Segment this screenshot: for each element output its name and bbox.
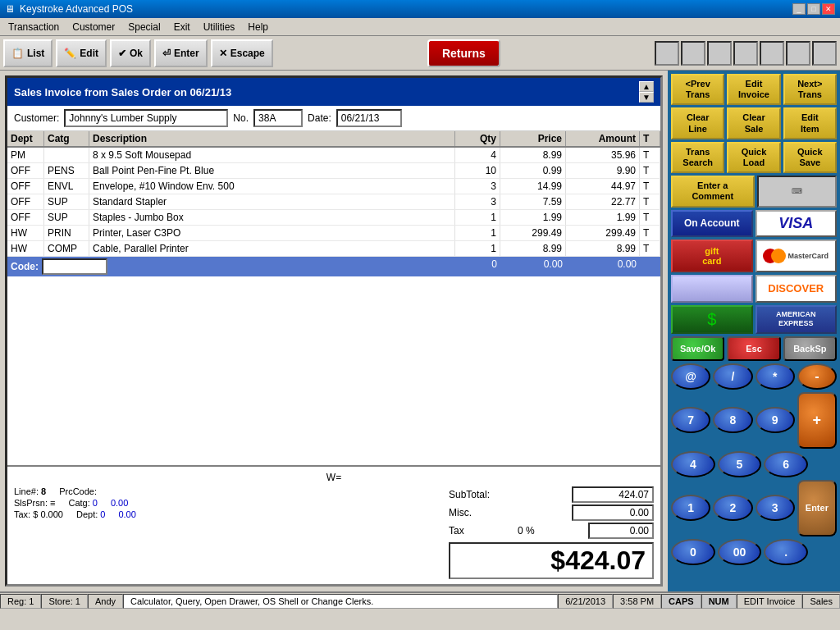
n7-button[interactable]: 7 [671, 407, 710, 433]
edit-button[interactable]: ✏️ Edit [56, 39, 107, 67]
tax-amount-input[interactable] [588, 523, 654, 539]
table-row[interactable]: PM 8 x 9.5 Soft Mousepad 4 8.99 35.96 T [7, 148, 660, 163]
save-ok-button[interactable]: Save/Ok [671, 336, 724, 361]
returns-button[interactable]: Returns [427, 39, 500, 67]
scroll-down-button[interactable]: ▼ [639, 92, 654, 103]
enter-button[interactable]: ⏎ Enter [154, 39, 208, 67]
prccode-label: PrcCode: [59, 486, 97, 496]
title-bar-controls[interactable]: _ □ ✕ [792, 3, 835, 15]
table-row[interactable]: OFF ENVL Envelope, #10 Window Env. 500 3… [7, 179, 660, 194]
esc-button[interactable]: Esc [727, 336, 780, 361]
table-row[interactable]: OFF PENS Ball Point Pen-Fine Pt. Blue 10… [7, 163, 660, 179]
scroll-up-button[interactable]: ▲ [639, 81, 654, 92]
close-button[interactable]: ✕ [822, 3, 835, 15]
date-input[interactable] [336, 109, 402, 127]
keyboard-display: ⌨ [757, 176, 838, 207]
sales-text: Sales [810, 596, 833, 606]
message-text: Calculator, Query, Open Drawer, OS Shell… [130, 596, 373, 606]
cash-button[interactable]: $ [671, 305, 753, 334]
right-panel: <PrevTrans EditInvoice Next>Trans ClearL… [668, 71, 840, 591]
amex-button[interactable]: AMERICANEXPRESS [756, 305, 838, 334]
n6-button[interactable]: 6 [764, 451, 808, 477]
numpad-row-0: 0 00 . [671, 539, 837, 565]
user-section: Andy [88, 594, 123, 609]
subtotal-label: SubTotal: [449, 489, 490, 500]
menu-exit[interactable]: Exit [169, 20, 195, 34]
enter-comment-button[interactable]: Enter aComment [671, 176, 755, 207]
toolbar: 📋 List ✏️ Edit ✔ Ok ⏎ Enter ✕ Escape Ret… [0, 36, 840, 71]
minimize-button[interactable]: _ [792, 3, 806, 15]
n2-button[interactable]: 2 [713, 495, 752, 521]
toolbar-icon-4 [733, 41, 758, 66]
plus-button[interactable]: + [797, 392, 837, 449]
edit-item-button[interactable]: EditItem [783, 107, 837, 139]
subtotal-input[interactable] [572, 486, 654, 503]
star-button[interactable]: * [756, 363, 795, 390]
payment-row-4: $ AMERICANEXPRESS [671, 305, 837, 334]
restore-button[interactable]: □ [807, 3, 820, 15]
backsp-button[interactable]: BackSp [783, 336, 837, 361]
n00-button[interactable]: 00 [718, 539, 762, 565]
n0-button[interactable]: 0 [671, 539, 715, 565]
mastercard-button[interactable]: MasterCard [756, 240, 838, 272]
quick-load-button[interactable]: QuickLoad [727, 142, 780, 173]
menu-help[interactable]: Help [243, 20, 273, 34]
numpad-row-456: 4 5 6 [671, 451, 837, 477]
table-row[interactable]: HW COMP Cable, Parallel Printer 1 8.99 8… [7, 241, 660, 257]
num-text: NUM [709, 596, 729, 606]
prev-trans-button[interactable]: <PrevTrans [671, 74, 724, 105]
misc-input[interactable] [572, 504, 654, 521]
invoice-no-input[interactable] [253, 109, 303, 127]
table-row[interactable]: OFF SUP Staples - Jumbo Box 1 1.99 1.99 … [7, 210, 660, 226]
clear-line-button[interactable]: ClearLine [671, 107, 724, 139]
window-title: Keystroke Advanced POS [20, 3, 133, 15]
gift-card-button[interactable]: giftcard [671, 240, 753, 272]
escape-button[interactable]: ✕ Escape [211, 39, 273, 67]
menu-special[interactable]: Special [123, 20, 165, 34]
col-dept: Dept [7, 131, 44, 146]
dot-button[interactable]: . [764, 539, 808, 565]
edit-invoice-button[interactable]: EditInvoice [727, 74, 780, 105]
table-row[interactable]: OFF SUP Standard Stapler 3 7.59 22.77 T [7, 194, 660, 210]
menu-utilities[interactable]: Utilities [199, 20, 240, 34]
toolbar-icon-3 [707, 41, 732, 66]
table-row[interactable]: HW PRIN Printer, Laser C3PO 1 299.49 299… [7, 226, 660, 241]
customer-input[interactable] [64, 109, 228, 127]
n1-button[interactable]: 1 [671, 495, 710, 521]
date-section: 6/21/2013 [558, 594, 613, 609]
dept-amount: 0.00 [118, 509, 135, 519]
menu-customer[interactable]: Customer [67, 20, 120, 34]
ok-button[interactable]: ✔ Ok [110, 39, 151, 67]
clear-sale-button[interactable]: ClearSale [727, 107, 780, 139]
slash-button[interactable]: / [713, 363, 752, 390]
mastercard-label: MasterCard [788, 252, 829, 260]
escape-icon: ✕ [219, 48, 227, 59]
n8-button[interactable]: 8 [713, 407, 752, 433]
slsprsn-value: ≡ [50, 498, 55, 508]
trans-search-button[interactable]: TransSearch [671, 142, 724, 173]
list-button[interactable]: 📋 List [3, 39, 52, 67]
caps-indicator: CAPS [661, 594, 701, 609]
n5-button[interactable]: 5 [718, 451, 762, 477]
code-row[interactable]: Code: 0 0.00 0.00 [7, 257, 660, 276]
code-input[interactable] [42, 258, 107, 275]
numpad-enter-button[interactable]: Enter [797, 480, 837, 536]
minus-button[interactable]: - [797, 363, 837, 390]
check-button[interactable] [671, 275, 753, 303]
invoice-title: Sales Invoice from Sales Order on 06/21/… [14, 86, 231, 98]
next-trans-button[interactable]: Next>Trans [783, 74, 837, 105]
edit-icon: ✏️ [64, 48, 76, 59]
quick-save-button[interactable]: QuickSave [783, 142, 837, 173]
dept-label: Dept: [76, 509, 98, 519]
ok-icon: ✔ [118, 48, 126, 59]
on-account-button[interactable]: On Account [671, 210, 753, 237]
title-bar-left: 🖥 Keystroke Advanced POS [5, 3, 133, 15]
menu-transaction[interactable]: Transaction [3, 20, 64, 34]
n4-button[interactable]: 4 [671, 451, 715, 477]
caps-text: CAPS [669, 596, 694, 606]
discover-button[interactable]: DISCOVER [756, 275, 838, 303]
n3-button[interactable]: 3 [756, 495, 795, 521]
visa-button[interactable]: VISA [756, 210, 838, 237]
n9-button[interactable]: 9 [756, 407, 795, 433]
at-button[interactable]: @ [671, 363, 710, 390]
